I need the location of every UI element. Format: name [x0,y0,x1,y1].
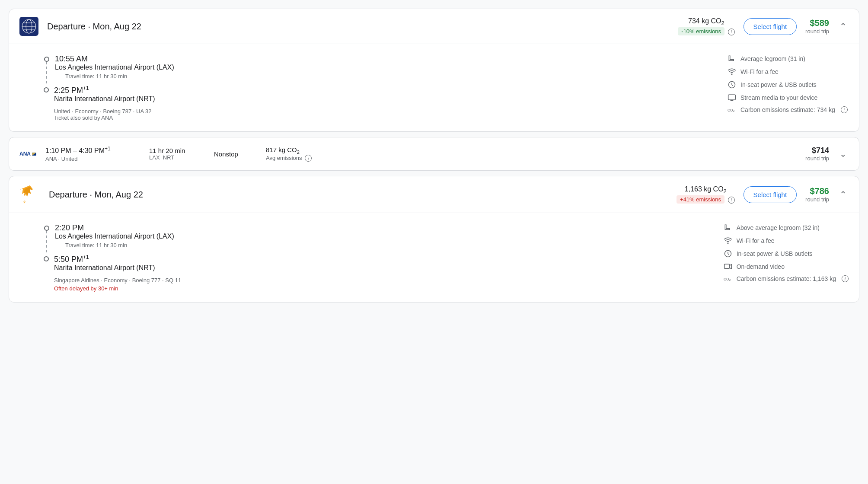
amenity-power-1: In-seat power & USB outlets [728,80,849,89]
seat-icon-3 [724,223,732,232]
card-1-emissions-info-icon[interactable]: i [728,29,735,35]
svg-text:ANA: ANA [19,151,31,157]
card-3-emissions-info-icon[interactable]: i [728,197,735,204]
card-1-depart-row: 10:55 AM Los Angeles International Airpo… [44,54,710,83]
amenity-seat-3: Above average legroom (32 in) [724,223,849,232]
card-2-info-icon[interactable]: i [305,155,312,162]
card-1-detail: 10:55 AM Los Angeles International Airpo… [9,44,859,131]
card-3-airline-info: Singapore Airlines · Economy · Boeing 77… [54,277,706,283]
flight-card-1: Departure · Mon, Aug 22 734 kg CO2 -10% … [9,9,859,132]
card-1-depart-airport: Los Angeles International Airport (LAX) [55,64,174,71]
card-3-emissions: 1,163 kg CO2 +41% emissions i [677,185,734,204]
flight-card-1-header[interactable]: Departure · Mon, Aug 22 734 kg CO2 -10% … [9,9,859,44]
card-1-price-amount: $589 [805,18,829,28]
amenity-seat-1: Average legroom (31 in) [728,54,849,63]
svg-text:2: 2 [733,109,735,112]
co2-icon-3: CO 2 [724,275,732,282]
card-3-depart-row: 2:20 PM Los Angeles International Airpor… [44,223,706,252]
card-3-co2: 1,163 kg CO2 [677,185,734,194]
co2-info-icon-3[interactable]: i [842,275,849,282]
amenity-wifi-3: Wi-Fi for a fee [724,236,849,245]
card-3-select-button[interactable]: Select flight [744,186,797,203]
card-3-arrive-time: 5:50 PM+1 [54,254,155,264]
amenity-co2-3: CO 2 Carbon emissions estimate: 1,163 kg… [724,275,849,282]
card-1-amenities: Average legroom (31 in) Wi-Fi for a fee … [728,54,849,121]
card-3-depart-time: 2:20 PM [55,223,174,232]
card-2-duration: 11 hr 20 min LAX–NRT [149,147,205,161]
card-3-collapse-button[interactable]: ⌃ [838,188,849,201]
power-icon [728,80,736,89]
card-1-select-button[interactable]: Select flight [744,18,797,35]
card-3-price-amount: $786 [805,186,829,196]
svg-text:2: 2 [729,278,731,281]
card-3-depart-airport: Los Angeles International Airport (LAX) [55,232,174,240]
card-3-arrive-airport: Narita International Airport (NRT) [54,264,155,272]
amenity-power-3: In-seat power & USB outlets [724,249,849,258]
card-1-emissions: 734 kg CO2 -10% emissions i [678,17,734,35]
airline-logo-united [19,17,38,36]
card-3-delayed: Often delayed by 30+ min [54,285,706,292]
card-1-collapse-button[interactable]: ⌃ [838,19,849,33]
co2-icon: CO 2 [728,106,736,113]
card-1-arrive-dot [44,87,49,92]
card-2-stops: Nonstop [214,150,257,158]
card-3-price-label: round trip [805,196,829,203]
card-3-arrive-dot [44,256,49,261]
card-3-emissions-badge-wrap: +41% emissions i [677,194,734,204]
co2-info-icon-1[interactable]: i [841,106,848,113]
amenity-wifi-1: Wi-Fi for a fee [728,67,849,76]
card-1-depart-dot [44,57,49,62]
card-2-price: $714 round trip [805,146,829,162]
svg-rect-7 [728,95,736,100]
card-1-line [46,62,47,83]
card-3-arrive-info: 5:50 PM+1 Narita International Airport (… [54,254,155,272]
wifi-icon [728,67,736,76]
amenity-stream-1: Stream media to your device [728,93,849,102]
card-1-arrive-info: 2:25 PM+1 Narita International Airport (… [54,85,155,103]
flight-card-2-row[interactable]: ANA 1:10 PM – 4:30 PM+1 ANA · United 11 … [9,137,859,170]
airline-logo-ana: ANA [19,145,37,162]
svg-text:CO: CO [728,108,733,112]
card-1-airline-info: United · Economy · Boeing 787 · UA 32 Ti… [54,108,710,121]
card-3-depart-dot [44,226,49,231]
card-2-time-main: 1:10 PM – 4:30 PM+1 [45,146,140,155]
card-1-header-right: 734 kg CO2 -10% emissions i Select fligh… [678,17,849,35]
card-3-arrive-row: 5:50 PM+1 Narita International Airport (… [44,254,706,272]
card-3-amenities: Above average legroom (32 in) Wi-Fi for … [724,223,849,292]
card-1-price: $589 round trip [805,18,829,35]
amenity-video-3: On-demand video [724,262,849,271]
svg-text:✈: ✈ [22,200,26,204]
flight-card-3-header[interactable]: ✈ Departure · Mon, Aug 22 1,163 kg CO2 +… [9,176,859,213]
svg-point-5 [731,74,732,75]
card-3-title: Departure · Mon, Aug 22 [49,190,668,200]
card-1-price-label: round trip [805,28,829,35]
card-2-expand-button[interactable]: ⌄ [838,147,849,161]
card-3-line [46,231,47,252]
video-icon-3 [724,262,732,271]
card-2-times: 1:10 PM – 4:30 PM+1 ANA · United [45,146,140,162]
card-1-arrive-row: 2:25 PM+1 Narita International Airport (… [44,85,710,103]
svg-text:CO: CO [724,277,729,281]
airline-logo-singapore: ✈ [19,184,40,205]
card-1-depart-info: 10:55 AM Los Angeles International Airpo… [55,54,174,81]
card-3-travel-time: Travel time: 11 hr 30 min [65,242,174,248]
card-1-times: 10:55 AM Los Angeles International Airpo… [44,54,710,121]
card-1-emissions-badge: -10% emissions i [678,26,734,35]
card-1-travel-time: Travel time: 11 hr 30 min [65,73,174,80]
card-3-price: $786 round trip [805,186,829,203]
flight-card-2: ANA 1:10 PM – 4:30 PM+1 ANA · United 11 … [9,137,859,171]
card-3-depart-info: 2:20 PM Los Angeles International Airpor… [55,223,174,250]
card-3-times: 2:20 PM Los Angeles International Airpor… [44,223,706,292]
flight-card-3: ✈ Departure · Mon, Aug 22 1,163 kg CO2 +… [9,176,859,302]
card-1-co2: 734 kg CO2 [678,17,734,26]
seat-icon [728,54,736,63]
card-3-header-right: 1,163 kg CO2 +41% emissions i Select fli… [677,185,849,204]
card-1-depart-time: 10:55 AM [55,54,174,64]
svg-marker-17 [729,264,731,269]
svg-point-14 [728,243,728,244]
card-1-title: Departure · Mon, Aug 22 [47,22,669,32]
stream-icon [728,93,736,102]
card-2-emissions: 817 kg CO2 Avg emissions i [266,146,335,162]
card-3-detail: 2:20 PM Los Angeles International Airpor… [9,213,859,302]
card-1-arrive-time: 2:25 PM+1 [54,85,155,95]
